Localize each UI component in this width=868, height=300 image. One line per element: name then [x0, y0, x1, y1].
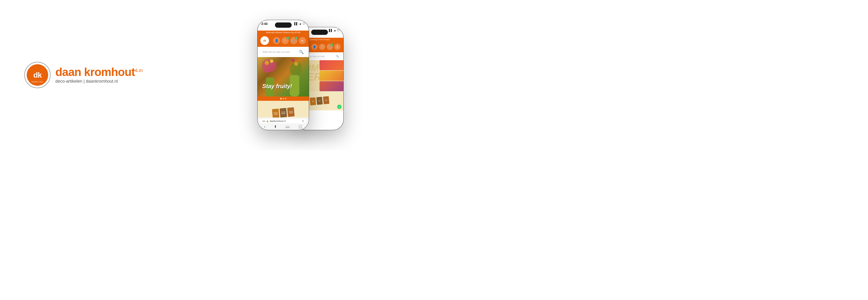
logo-inner: dk SINDS 1982 [27, 64, 48, 86]
status-icons-1: ▌▌ ▲ ⬡ [294, 22, 305, 25]
share-btn[interactable]: ⬆ [274, 125, 277, 129]
heart-icon[interactable]: ♡ 0 [282, 37, 289, 44]
back-btn[interactable]: ‹ [264, 125, 266, 129]
style-guide-books: STYLEGUIDE STYLEGUIDE STYLEGUIDE [272, 107, 294, 118]
dynamic-island-2 [311, 30, 328, 35]
book-2: STYLEGUIDE [279, 108, 287, 117]
photo-1 [319, 60, 343, 70]
cart-badge-2: 0 [331, 43, 333, 46]
dynamic-island-1 [275, 23, 292, 28]
whatsapp-icon-2[interactable]: ✆ [337, 105, 341, 109]
nav-icons-2: 👤 ♡ 🛒 0 ≡ [311, 44, 341, 50]
hero-bg-1: Stay fruity! [257, 57, 309, 97]
brand-main: daan kromhout& zn [55, 66, 143, 78]
nav-icons-1: 👤 ♡ 0 🛒 0 ≡ [273, 37, 306, 44]
heart-icon-2[interactable]: ♡ [319, 44, 325, 50]
user-icon-2[interactable]: 👤 [311, 44, 318, 50]
style-guide-books-2: SG SG SG [310, 96, 329, 106]
dot-active [280, 98, 282, 99]
fruit-2 [270, 59, 273, 63]
fruit-1 [265, 61, 269, 65]
blob-pink [262, 59, 277, 73]
app-logo-1: dk [260, 36, 269, 45]
browser-read: AA [262, 120, 265, 122]
phones-section: 2:43 ▌▌ ▲ ⬡ Minimale afname 500euro (ex … [167, 0, 434, 150]
stay-fruity-text: Stay fruity! [262, 83, 292, 89]
reload-icon[interactable]: ↻ [302, 120, 304, 122]
brand-name: daan kromhout& zn [55, 66, 143, 78]
book-5: SG [316, 97, 323, 105]
logo-circle: dk SINDS 1982 [24, 62, 51, 88]
summer-photos [319, 60, 343, 91]
book-4: SG [310, 97, 316, 105]
cart-badge: 0 [295, 36, 298, 39]
hero-banner-1: Stay fruity! [257, 57, 309, 97]
dot-2 [283, 98, 284, 99]
tabs-btn[interactable]: ⬜ [298, 125, 302, 129]
time-1: 2:43 [261, 22, 268, 26]
url-bar-1: AA 🔒 daankromhout.nl ↻ [260, 119, 306, 123]
book-3: STYLEGUIDE [287, 107, 294, 117]
bookmarks-btn[interactable]: 📖 [285, 125, 289, 129]
url-text: daankromhout.nl [270, 120, 286, 122]
cart-icon-2[interactable]: 🛒 0 [327, 44, 333, 50]
book-6: SG [323, 96, 330, 104]
user-icon[interactable]: 👤 [273, 37, 280, 44]
app-nav-1: dk 👤 ♡ 0 🛒 0 ≡ [257, 34, 309, 47]
logo-text: daan kromhout& zn deco-artikelen | daank… [55, 66, 143, 84]
notif-bar-1: Minimale afname 500euro (ex BTW) [257, 31, 309, 34]
search-text-1: Waar ben je naar op zoek [262, 51, 299, 53]
menu-icon-2[interactable]: ≡ [334, 44, 341, 50]
browser-controls: ‹ ⬆ 📖 ⬜ [260, 125, 306, 129]
search-icon-1: 🔍 [299, 50, 304, 54]
search-bar-1[interactable]: Waar ben je naar op zoek 🔍 [260, 48, 306, 56]
cart-icon[interactable]: 🛒 0 [290, 37, 297, 44]
browser-bar-1: AA 🔒 daankromhout.nl ↻ ‹ ⬆ 📖 ⬜ [257, 117, 309, 130]
logo-container: dk SINDS 1982 daan kromhout& zn deco-art… [24, 62, 143, 88]
book-1: STYLEGUIDE [272, 109, 279, 118]
dot-3 [285, 98, 286, 99]
phone-1-wrapper: 2:43 ▌▌ ▲ ⬡ Minimale afname 500euro (ex … [257, 20, 309, 130]
fruit-3 [294, 62, 298, 66]
phone-1: 2:43 ▌▌ ▲ ⬡ Minimale afname 500euro (ex … [257, 20, 309, 130]
search-icon-2: 🔍 [336, 55, 339, 58]
phone-1-screen: 2:43 ▌▌ ▲ ⬡ Minimale afname 500euro (ex … [257, 20, 309, 130]
menu-icon[interactable]: ≡ [299, 37, 306, 44]
brand-tagline: deco-artikelen | daankromhout.nl [55, 79, 143, 84]
heart-badge: 0 [286, 36, 289, 39]
hero-text-overlay: Stay fruity! [262, 83, 292, 89]
logo-since: SINDS 1982 [31, 81, 43, 83]
photo-2 [319, 71, 343, 81]
dots-row-1 [257, 97, 309, 101]
status-icons-2: ▌▌ ▲ ⬡ [329, 29, 340, 32]
left-section: dk SINDS 1982 daan kromhout& zn deco-art… [0, 0, 167, 150]
photo-3 [319, 81, 343, 91]
fruit-4 [292, 59, 294, 62]
logo-letters: dk [33, 71, 41, 80]
